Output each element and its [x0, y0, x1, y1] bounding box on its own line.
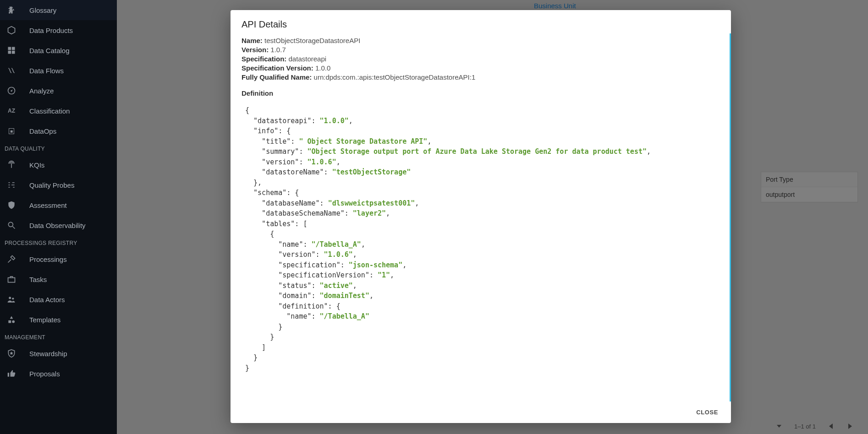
- sidebar-item-analyze[interactable]: Analyze: [0, 81, 117, 101]
- shapes-icon: [6, 315, 16, 325]
- name-label: Name:: [242, 37, 263, 44]
- modal-body: Name: testObjectStorageDatastoreAPI Vers…: [231, 33, 731, 401]
- sidebar-item-processings[interactable]: Processings: [0, 249, 117, 269]
- flow-icon: [6, 65, 16, 76]
- sidebar-item-assessment[interactable]: Assessment: [0, 195, 117, 215]
- compass-icon: [6, 86, 16, 96]
- sidebar-item-label: Data Catalog: [29, 47, 70, 54]
- sidebar-item-data-observability[interactable]: Data Observability: [0, 215, 117, 235]
- grid-icon: [6, 45, 16, 55]
- sidebar-item-label: Templates: [29, 316, 60, 324]
- spec-value: datastoreapi: [289, 55, 327, 63]
- sidebar-item-label: Classification: [29, 107, 70, 115]
- spec-label: Specification:: [242, 55, 286, 63]
- sidebar-item-label: Proposals: [29, 370, 60, 378]
- sidebar-item-label: KQIs: [29, 161, 44, 169]
- definition-heading: Definition: [242, 89, 719, 97]
- version-label: Version:: [242, 46, 269, 54]
- search-cog-icon: [6, 220, 16, 230]
- sidebar-item-label: Data Flows: [29, 67, 64, 75]
- sidebar-item-stewardship[interactable]: Stewardship: [0, 343, 117, 363]
- sidebar-item-label: Assessment: [29, 201, 67, 209]
- sidebar-item-label: Data Products: [29, 27, 73, 34]
- sidebar-item-label: Glossary: [29, 6, 56, 14]
- sidebar-item-data-products[interactable]: Data Products: [0, 20, 117, 40]
- modal-title: API Details: [231, 10, 731, 33]
- sidebar-item-data-actors[interactable]: Data Actors: [0, 289, 117, 309]
- sidebar: GlossaryData ProductsData CatalogData Fl…: [0, 0, 117, 434]
- equalizer-icon: [6, 180, 16, 190]
- sidebar-item-quality-probes[interactable]: Quality Probes: [0, 175, 117, 195]
- sidebar-section-dq: DATA QUALITY: [0, 141, 117, 155]
- sidebar-item-data-catalog[interactable]: Data Catalog: [0, 40, 117, 60]
- thumbs-icon: [6, 369, 16, 379]
- hexagon-icon: [6, 25, 16, 35]
- svg-point-2: [8, 222, 13, 227]
- sidebar-item-label: Data Actors: [29, 296, 65, 304]
- puzzle-icon: [6, 5, 16, 15]
- svg-point-3: [9, 297, 11, 299]
- sidebar-item-proposals[interactable]: Proposals: [0, 363, 117, 384]
- fqn-value: urn:dpds:com.:apis:testObjectStorageData…: [314, 73, 476, 81]
- definition-json-block: { "datastoreapi": "1.0.0", "info": { "ti…: [242, 101, 719, 378]
- version-value: 1.0.7: [270, 46, 286, 54]
- sidebar-item-label: Data Observability: [29, 222, 86, 229]
- sidebar-item-tasks[interactable]: Tasks: [0, 269, 117, 289]
- sidebar-item-label: Analyze: [29, 87, 54, 95]
- sidebar-section-pr: PROCESSINGS REGISTRY: [0, 235, 117, 249]
- people-icon: [6, 294, 16, 304]
- close-button[interactable]: CLOSE: [692, 406, 723, 418]
- az-icon: AZ: [6, 106, 16, 116]
- svg-point-4: [12, 298, 14, 299]
- sidebar-item-label: Quality Probes: [29, 181, 74, 189]
- sidebar-item-templates[interactable]: Templates: [0, 309, 117, 330]
- main-content: Business Unit Port Type outputport 1–1 o…: [117, 0, 868, 434]
- sidebar-section-mg: MANAGEMENT: [0, 330, 117, 343]
- tools-icon: [6, 254, 16, 264]
- fqn-label: Fully Qualified Name:: [242, 73, 312, 81]
- sidebar-item-kqis[interactable]: KQIs: [0, 155, 117, 175]
- sidebar-item-label: Tasks: [29, 276, 47, 283]
- specv-value: 1.0.0: [315, 64, 330, 72]
- sidebar-item-classification[interactable]: AZClassification: [0, 101, 117, 121]
- sidebar-item-label: Stewardship: [29, 350, 67, 358]
- name-value: testObjectStorageDatastoreAPI: [264, 37, 360, 44]
- sidebar-item-glossary[interactable]: Glossary: [0, 0, 117, 20]
- dataops-icon: ■: [6, 126, 16, 136]
- shield-icon: [6, 200, 16, 210]
- api-details-modal: API Details Name: testObjectStorageDatas…: [231, 10, 731, 423]
- specv-label: Specification Version:: [242, 64, 313, 72]
- briefcase-icon: [6, 274, 16, 284]
- star-badge-icon: [6, 348, 16, 358]
- sidebar-item-dataops[interactable]: ■DataOps: [0, 121, 117, 141]
- sidebar-item-label: DataOps: [29, 127, 56, 135]
- sidebar-item-data-flows[interactable]: Data Flows: [0, 60, 117, 81]
- sidebar-item-label: Processings: [29, 255, 67, 263]
- antenna-icon: [6, 160, 16, 170]
